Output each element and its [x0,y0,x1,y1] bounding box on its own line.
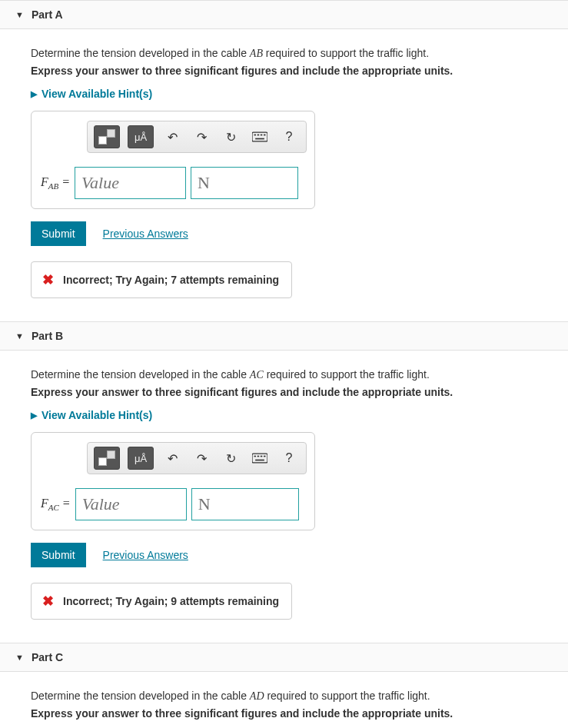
value-input[interactable] [75,488,187,520]
feedback-message: Incorrect; Try Again; 7 attempts remaini… [63,274,279,286]
hints-toggle[interactable]: ▶ View Available Hint(s) [31,88,537,100]
help-icon[interactable]: ? [278,448,300,468]
part-c-body: Determine the tension developed in the c… [0,672,568,728]
svg-rect-7 [254,456,257,457]
caret-right-icon: ▶ [31,411,37,421]
value-input[interactable] [75,167,186,199]
hints-label: View Available Hint(s) [42,409,152,421]
prompt-text: Determine the tension developed in the c… [31,690,537,703]
redo-icon[interactable]: ↷ [191,448,212,468]
caret-down-icon: ▼ [15,653,24,662]
keyboard-icon[interactable] [249,127,271,147]
svg-rect-1 [254,135,257,136]
part-b-header[interactable]: ▼ Part B [0,321,568,351]
instruction-text: Express your answer to three significant… [31,707,537,720]
redo-icon[interactable]: ↷ [191,127,212,147]
feedback-box: ✖ Incorrect; Try Again; 7 attempts remai… [31,261,292,298]
part-title: Part C [32,651,63,663]
previous-answers-link[interactable]: Previous Answers [103,228,188,240]
hints-label: View Available Hint(s) [42,88,152,100]
feedback-message: Incorrect; Try Again; 9 attempts remaini… [63,595,279,607]
instruction-text: Express your answer to three significant… [31,65,537,77]
feedback-box: ✖ Incorrect; Try Again; 9 attempts remai… [31,583,292,620]
hints-toggle[interactable]: ▶ View Available Hint(s) [31,409,537,421]
instruction-text: Express your answer to three significant… [31,386,537,398]
submit-row: Submit Previous Answers [31,221,537,246]
svg-rect-6 [252,454,267,463]
svg-rect-5 [255,138,264,140]
svg-rect-0 [252,132,267,141]
help-icon[interactable]: ? [278,127,300,147]
prompt-text: Determine the tension developed in the c… [31,47,537,60]
part-title: Part B [32,330,63,342]
svg-rect-2 [257,135,260,136]
equation-toolbar: μÅ ↶ ↷ ↻ ? [87,121,307,153]
svg-rect-9 [261,456,263,457]
answer-box: μÅ ↶ ↷ ↻ ? FAB = [31,111,315,209]
submit-button[interactable]: Submit [31,543,86,567]
reset-icon[interactable]: ↻ [220,448,241,468]
equation-toolbar: μÅ ↶ ↷ ↻ ? [87,442,307,474]
caret-down-icon: ▼ [15,10,24,19]
fraction-template-icon[interactable] [94,125,120,148]
incorrect-icon: ✖ [42,271,54,288]
prompt-text: Determine the tension developed in the c… [31,368,537,381]
input-row: FAB = [41,167,305,199]
fraction-template-icon[interactable] [94,447,120,470]
undo-icon[interactable]: ↶ [161,127,183,147]
svg-rect-4 [264,135,266,136]
part-b-body: Determine the tension developed in the c… [0,351,568,643]
reset-icon[interactable]: ↻ [220,127,241,147]
incorrect-icon: ✖ [42,593,54,610]
previous-answers-link[interactable]: Previous Answers [103,549,188,561]
part-c-header[interactable]: ▼ Part C [0,643,568,672]
special-char-button[interactable]: μÅ [128,125,154,148]
variable-label: FAB = [41,175,70,191]
svg-rect-11 [255,460,264,461]
units-input[interactable] [191,488,299,520]
undo-icon[interactable]: ↶ [161,448,183,468]
part-a-body: Determine the tension developed in the c… [0,29,568,321]
submit-row: Submit Previous Answers [31,543,537,567]
part-a-header[interactable]: ▼ Part A [0,0,568,29]
special-char-button[interactable]: μÅ [128,447,154,470]
keyboard-icon[interactable] [249,448,271,468]
answer-box: μÅ ↶ ↷ ↻ ? FAC = [31,432,315,530]
submit-button[interactable]: Submit [31,221,86,246]
part-title: Part A [32,8,63,21]
svg-rect-8 [257,456,260,457]
caret-right-icon: ▶ [31,89,37,99]
svg-rect-10 [264,456,266,457]
svg-rect-3 [261,135,263,136]
units-input[interactable] [191,167,298,199]
input-row: FAC = [41,488,305,520]
variable-label: FAC = [41,497,71,512]
caret-down-icon: ▼ [15,331,24,341]
